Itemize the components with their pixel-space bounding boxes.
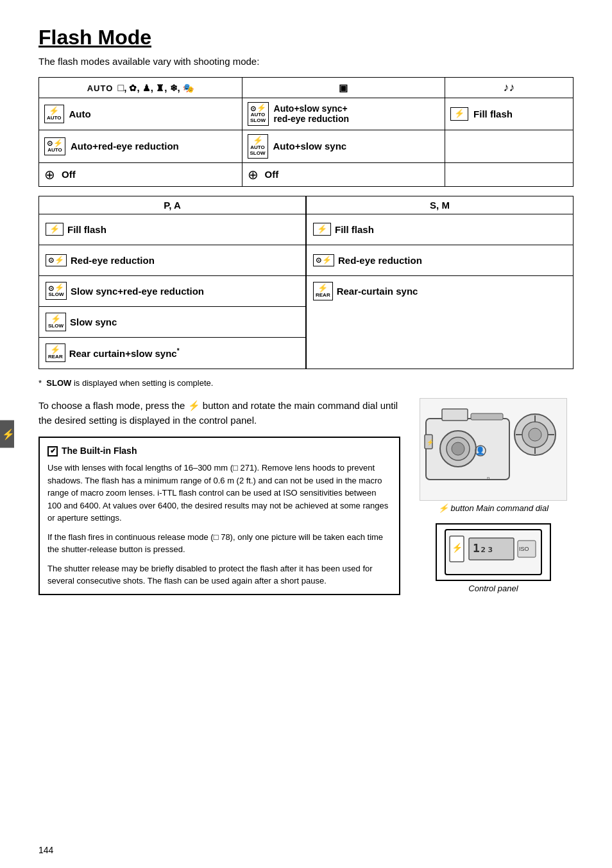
yt-empty2-cell — [445, 162, 574, 186]
svg-point-10 — [529, 428, 541, 441]
sidebar-tab: ⚡ — [0, 421, 14, 448]
sm-fill-flash-row: ⚡ Fill flash — [307, 214, 573, 245]
portrait-auto-slow-sync-cell: ⊙⚡ AUTO SLOW Auto+slow sync+red-eye redu… — [242, 98, 445, 130]
info-box-title-text: The Built-in Flash — [62, 444, 137, 458]
sm-section: S, M ⚡ Fill flash ⊙⚡ Red-eye reduction ⚡… — [306, 196, 574, 369]
col3-header: ♪♪ — [445, 78, 574, 98]
auto-off-cell: ⊕ Off — [39, 162, 242, 186]
instruction-text: To choose a flash mode, press the ⚡ butt… — [38, 398, 400, 428]
page-title: Flash Mode — [38, 26, 574, 49]
checkbox-icon: ✔ — [47, 446, 58, 456]
text-column: To choose a flash mode, press the ⚡ butt… — [38, 398, 400, 595]
table-row: ⊙⚡ AUTO Auto+red-eye reduction ⚡ AUTO SL… — [39, 130, 574, 162]
svg-text:👤: 👤 — [475, 446, 485, 455]
yt-fill-flash-cell: ⚡ Fill flash — [445, 98, 574, 130]
sm-header: S, M — [307, 196, 573, 214]
info-box-para2: If the flash fires in continuous release… — [47, 531, 391, 556]
flash-table: AUTO □, ✿, ♟, ♜, ❄, 🎭 ▣ ♪♪ ⚡ AUTO Auto — [38, 77, 574, 187]
pa-slow-sync-row: ⚡ SLOW Slow sync — [39, 307, 305, 338]
panel-label: Control panel — [468, 584, 518, 593]
svg-rect-7 — [471, 413, 503, 420]
table-row: ⚡ AUTO Auto ⊙⚡ AUTO SLOW Auto+slow sync — [39, 98, 574, 130]
info-box-para1: Use with lenses with focal lengths of 16… — [47, 462, 391, 525]
footnote-text: is displayed when setting is complete. — [74, 378, 214, 388]
slow-keyword: SLOW — [46, 378, 71, 388]
auto-auto-cell: ⚡ AUTO Auto — [39, 98, 242, 130]
svg-text:⚡: ⚡ — [427, 438, 434, 446]
svg-text:⚡: ⚡ — [452, 542, 463, 553]
pa-rear-curtain-row: ⚡ REAR Rear curtain+slow sync* — [39, 338, 305, 369]
mode-tables: P, A ⚡ Fill flash ⊙⚡ Red-eye reduction ⊙… — [38, 196, 574, 369]
pa-header: P, A — [39, 196, 305, 214]
footnote: * SLOW is displayed when setting is comp… — [38, 378, 574, 388]
bottom-section: To choose a flash mode, press the ⚡ butt… — [38, 398, 574, 595]
svg-rect-4 — [442, 409, 468, 421]
pa-slow-red-eye-row: ⊙⚡ SLOW Slow sync+red-eye reduction — [39, 276, 305, 307]
portrait-auto-slow-cell: ⚡ AUTO SLOW Auto+slow sync — [242, 130, 445, 162]
info-box-title: ✔ The Built-in Flash — [47, 444, 391, 458]
sidebar-bolt-icon: ⚡ — [2, 429, 15, 440]
control-panel-diagram: ⚡ 1₂₃ ISO — [436, 523, 551, 581]
col2-header: ▣ — [242, 78, 445, 98]
sm-rear-curtain-row: ⚡ REAR Rear-curtain sync — [307, 276, 573, 307]
portrait-off-cell: ⊕ Off — [242, 162, 445, 186]
diagram-labels: ⚡ button Main command dial — [420, 503, 567, 513]
yt-empty-cell — [445, 130, 574, 162]
star-marker: * — [38, 378, 42, 388]
pa-section: P, A ⚡ Fill flash ⊙⚡ Red-eye reduction ⊙… — [38, 196, 306, 369]
col1-header: AUTO □, ✿, ♟, ♜, ❄, 🎭 — [39, 78, 242, 98]
svg-text:n: n — [487, 475, 489, 481]
page-number: 144 — [38, 845, 53, 855]
svg-point-3 — [452, 442, 464, 455]
svg-text:1₂₃: 1₂₃ — [473, 541, 494, 555]
image-column: ⚡ 👤 n ⚡ button Main command dial — [413, 398, 574, 595]
table-row: ⊕ Off ⊕ Off — [39, 162, 574, 186]
svg-text:ISO: ISO — [519, 546, 529, 552]
sm-red-eye-row: ⊙⚡ Red-eye reduction — [307, 245, 573, 276]
subtitle: The flash modes available vary with shoo… — [38, 56, 574, 67]
pa-red-eye-row: ⊙⚡ Red-eye reduction — [39, 245, 305, 276]
info-box-para3: The shutter release may be briefly disab… — [47, 562, 391, 587]
auto-red-eye-cell: ⊙⚡ AUTO Auto+red-eye reduction — [39, 130, 242, 162]
pa-fill-flash-row: ⚡ Fill flash — [39, 214, 305, 245]
info-box: ✔ The Built-in Flash Use with lenses wit… — [38, 437, 400, 595]
camera-diagram: ⚡ 👤 n — [420, 398, 567, 501]
